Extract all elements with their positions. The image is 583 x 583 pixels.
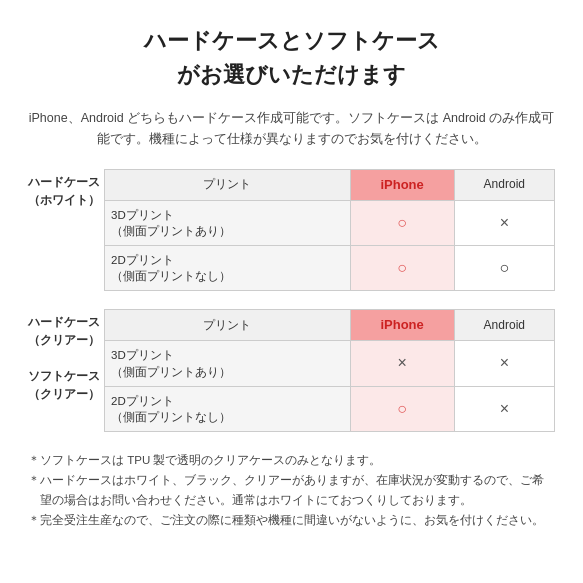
table1-header-iphone: iPhone bbox=[350, 169, 454, 200]
table2-block: ハードケース （クリアー） ソフトケース （クリアー） プリント iPhone … bbox=[28, 309, 555, 432]
table2-row1-iphone: × bbox=[350, 341, 454, 386]
table2-row2-print: 2Dプリント（側面プリントなし） bbox=[105, 386, 351, 431]
table1-block: ハードケース （ホワイト） プリント iPhone Android 3Dプリント… bbox=[28, 169, 555, 292]
table1-wrapper: ハードケース （ホワイト） プリント iPhone Android 3Dプリント… bbox=[28, 169, 555, 292]
table2-row-label: ハードケース （クリアー） ソフトケース （クリアー） bbox=[28, 309, 104, 403]
description-content: iPhone、Android どちらもハードケース作成可能です。ソフトケースは … bbox=[29, 111, 555, 146]
note-1: ソフトケースは TPU 製で透明のクリアケースのみとなります。 bbox=[28, 450, 555, 470]
title-line1: ハードケースとソフトケース bbox=[144, 28, 440, 53]
table-row: 3Dプリント（側面プリントあり） × × bbox=[105, 341, 555, 386]
table1-row2-iphone: ○ bbox=[350, 246, 454, 291]
table2-header-print: プリント bbox=[105, 310, 351, 341]
table1-row1-iphone: ○ bbox=[350, 200, 454, 245]
table-row: 2Dプリント（側面プリントなし） ○ ○ bbox=[105, 246, 555, 291]
table2: プリント iPhone Android 3Dプリント（側面プリントあり） × ×… bbox=[104, 309, 555, 432]
table1-header-print: プリント bbox=[105, 169, 351, 200]
table2-header-iphone: iPhone bbox=[350, 310, 454, 341]
table-row: 2Dプリント（側面プリントなし） ○ × bbox=[105, 386, 555, 431]
table2-row1-print: 3Dプリント（側面プリントあり） bbox=[105, 341, 351, 386]
table2-row2-android: × bbox=[454, 386, 554, 431]
table2-row1-android: × bbox=[454, 341, 554, 386]
table-row: 3Dプリント（側面プリントあり） ○ × bbox=[105, 200, 555, 245]
description-text: iPhone、Android どちらもハードケース作成可能です。ソフトケースは … bbox=[28, 108, 555, 151]
table1-header-row: プリント iPhone Android bbox=[105, 169, 555, 200]
table1-row2-android: ○ bbox=[454, 246, 554, 291]
table1-row1-android: × bbox=[454, 200, 554, 245]
note-3: 完全受注生産なので、ご注文の際に種類や機種に間違いがないように、お気を付けくださ… bbox=[28, 510, 555, 530]
notes-section: ソフトケースは TPU 製で透明のクリアケースのみとなります。 ハードケースはホ… bbox=[28, 450, 555, 531]
note-2: ハードケースはホワイト、ブラック、クリアーがありますが、在庫状況が変動するので、… bbox=[28, 470, 555, 510]
table2-wrapper: ハードケース （クリアー） ソフトケース （クリアー） プリント iPhone … bbox=[28, 309, 555, 432]
page-title: ハードケースとソフトケース がお選びいただけます bbox=[28, 24, 555, 92]
table2-header-android: Android bbox=[454, 310, 554, 341]
table1-row2-print: 2Dプリント（側面プリントなし） bbox=[105, 246, 351, 291]
title-line2: がお選びいただけます bbox=[177, 62, 406, 87]
table2-header-row: プリント iPhone Android bbox=[105, 310, 555, 341]
table1: プリント iPhone Android 3Dプリント（側面プリントあり） ○ ×… bbox=[104, 169, 555, 292]
table1-row1-print: 3Dプリント（側面プリントあり） bbox=[105, 200, 351, 245]
table2-row2-iphone: ○ bbox=[350, 386, 454, 431]
table1-header-android: Android bbox=[454, 169, 554, 200]
table1-row-label: ハードケース （ホワイト） bbox=[28, 169, 104, 209]
